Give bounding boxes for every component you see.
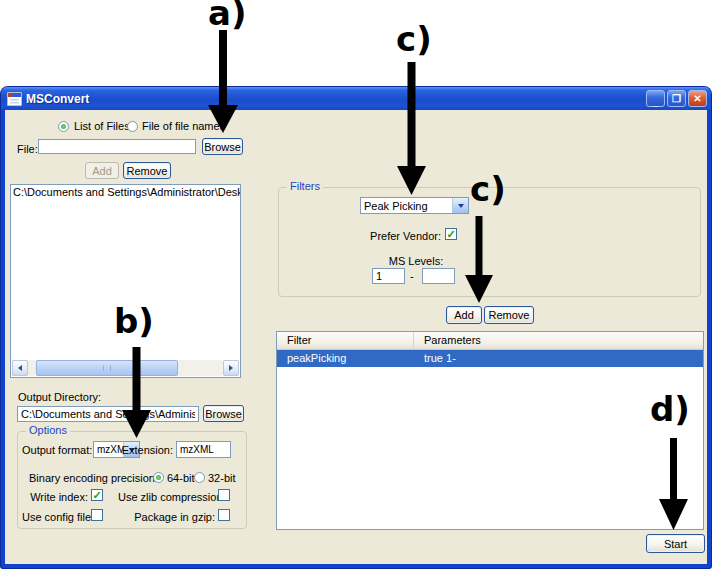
zlib-checkbox[interactable]	[218, 489, 230, 501]
file-input[interactable]	[38, 139, 196, 154]
ms-level-from-input[interactable]	[372, 268, 405, 284]
minimize-icon: _	[653, 97, 659, 107]
prefer-vendor-label: Prefer Vendor:	[359, 230, 441, 242]
prefer-vendor-checkbox[interactable]: ✓	[445, 228, 457, 240]
scroll-track[interactable]	[28, 360, 223, 376]
filter-type-value: Peak Picking	[361, 200, 452, 212]
gzip-label: Package in gzip:	[118, 511, 215, 523]
maximize-icon: ❐	[672, 94, 681, 104]
window-title: MSConvert	[26, 92, 644, 106]
radio-file-of-names-label: File of file names	[142, 120, 225, 132]
filter-remove-button[interactable]: Remove	[484, 306, 534, 324]
output-browse-button[interactable]: Browse	[203, 405, 244, 422]
output-format-label: Output format:	[22, 444, 90, 456]
options-group-title: Options	[26, 424, 70, 436]
file-list-item[interactable]: C:\Documents and Settings\Administrator\…	[11, 185, 240, 199]
output-directory-input[interactable]	[17, 406, 199, 422]
scroll-right-button[interactable]	[223, 360, 239, 376]
file-remove-button[interactable]: Remove	[123, 162, 171, 179]
annotation-label-c-top: c)	[396, 22, 432, 56]
options-group: Options Output format: mzXML Extension: …	[17, 431, 247, 529]
radio-32bit[interactable]	[194, 472, 205, 483]
file-add-button[interactable]: Add	[85, 162, 119, 179]
title-bar[interactable]: MSConvert _ ❐ ✕	[1, 87, 711, 110]
radio-64bit-dot	[156, 475, 161, 480]
maximize-button[interactable]: ❐	[667, 90, 686, 107]
write-index-label: Write index:	[22, 491, 88, 503]
filters-group: Filters Peak Picking Prefer Vendor: ✓ MS…	[278, 187, 701, 297]
radio-32bit-label: 32-bit	[208, 472, 236, 484]
msconvert-window: MSConvert _ ❐ ✕ List of Files File of fi…	[1, 87, 711, 568]
radio-64bit[interactable]	[153, 472, 164, 483]
filters-table-header: Filter Parameters	[277, 332, 703, 350]
filters-table[interactable]: Filter Parameters peakPicking true 1-	[276, 331, 704, 530]
file-list-box[interactable]: C:\Documents and Settings\Administrator\…	[10, 184, 241, 378]
ms-levels-label: MS Levels:	[386, 255, 446, 267]
output-directory-label: Output Directory:	[18, 391, 101, 403]
radio-64bit-label: 64-bit	[167, 472, 195, 484]
screenshot-stage: MSConvert _ ❐ ✕ List of Files File of fi…	[0, 0, 720, 569]
file-browse-button[interactable]: Browse	[202, 138, 243, 155]
config-file-label: Use config file:	[22, 511, 88, 523]
file-list-hscrollbar[interactable]	[12, 360, 239, 376]
minimize-button[interactable]: _	[646, 90, 665, 107]
column-header-parameters[interactable]: Parameters	[414, 332, 703, 349]
check-icon: ✓	[92, 490, 101, 501]
scroll-right-icon	[229, 365, 233, 371]
extension-label: Extension:	[118, 444, 173, 456]
filter-type-dropdown-button[interactable]	[452, 198, 468, 213]
radio-selected-dot	[61, 124, 66, 129]
table-row-selected[interactable]: peakPicking true 1-	[277, 350, 703, 367]
config-file-checkbox[interactable]	[91, 509, 103, 521]
close-button[interactable]: ✕	[688, 90, 707, 107]
scroll-left-icon	[18, 365, 22, 371]
filter-add-button[interactable]: Add	[446, 306, 482, 324]
client-area: List of Files File of file names File: B…	[5, 110, 707, 564]
cell-filter: peakPicking	[277, 350, 414, 367]
scroll-left-button[interactable]	[12, 360, 28, 376]
write-index-checkbox[interactable]: ✓	[91, 489, 103, 501]
radio-list-of-files-label: List of Files	[74, 120, 130, 132]
extension-input[interactable]	[176, 441, 231, 458]
precision-label: Binary encoding precision:	[29, 472, 158, 484]
close-icon: ✕	[693, 94, 701, 104]
check-icon: ✓	[446, 229, 455, 240]
radio-list-of-files[interactable]	[58, 121, 69, 132]
filters-group-title: Filters	[287, 180, 323, 192]
start-button[interactable]: Start	[646, 534, 705, 553]
scroll-thumb[interactable]	[36, 360, 178, 376]
file-label: File:	[17, 143, 38, 155]
app-icon	[7, 92, 22, 106]
annotation-label-a: a)	[208, 0, 246, 30]
ms-levels-separator: -	[410, 270, 414, 282]
filter-type-combo[interactable]: Peak Picking	[360, 197, 469, 214]
gzip-checkbox[interactable]	[218, 509, 230, 521]
dropdown-icon	[458, 204, 464, 208]
column-header-filter[interactable]: Filter	[277, 332, 414, 349]
zlib-label: Use zlib compression:	[118, 491, 215, 503]
cell-parameters: true 1-	[414, 350, 703, 367]
ms-level-to-input[interactable]	[422, 268, 455, 284]
radio-file-of-names[interactable]	[127, 121, 138, 132]
